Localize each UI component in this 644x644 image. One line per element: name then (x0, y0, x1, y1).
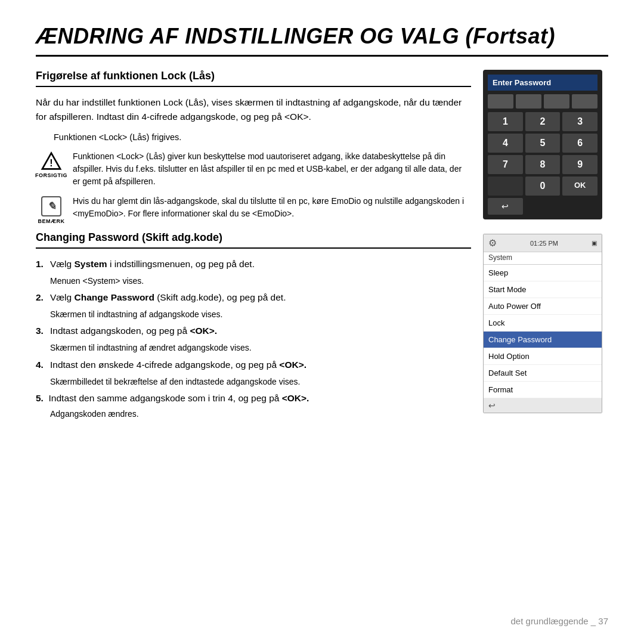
step5-text: 5. Indtast den samme adgangskode som i t… (36, 391, 471, 405)
pw-cell-3 (544, 94, 569, 109)
step-1: 1. Vælg System i indstillingsmenuen, og … (36, 257, 471, 271)
pw-display (488, 94, 597, 109)
np-3[interactable]: 3 (562, 112, 597, 131)
menu-footer: ↩ (484, 398, 602, 413)
menu-item-lock[interactable]: Lock (484, 315, 602, 332)
menu-item-holdoption[interactable]: Hold Option (484, 348, 602, 365)
menu-header: ⚙ 01:25 PM ▣ (484, 234, 602, 252)
page-title: ÆNDRING AF INDSTILLINGER OG VALG (Fortsa… (36, 24, 608, 57)
np-0[interactable]: 0 (525, 177, 561, 196)
np-4[interactable]: 4 (488, 134, 523, 153)
np-empty (488, 177, 523, 196)
section1-body1: Når du har indstillet funktionen Lock (L… (36, 95, 471, 124)
step1-bold: System (75, 259, 107, 269)
np-ok[interactable]: OK (562, 177, 597, 196)
menu-item-changepassword[interactable]: Change Password (484, 332, 602, 348)
step2-num: 2. (36, 290, 47, 305)
step-3-sub: Skærmen til indtastning af ændret adgang… (36, 342, 471, 354)
bemærk-symbol-icon: ✎ (41, 196, 61, 216)
menu-item-autopoweroff[interactable]: Auto Power Off (484, 298, 602, 315)
right-column: Enter Password 1 2 3 4 5 6 7 8 9 (483, 70, 608, 423)
step4-subtext: Skærmbilledet til bekræftelse af den ind… (50, 376, 471, 388)
menu-back-icon[interactable]: ↩ (488, 401, 496, 410)
numpad: 1 2 3 4 5 6 7 8 9 0 OK (488, 112, 597, 196)
np-2[interactable]: 2 (525, 112, 561, 131)
steps-list: 1. Vælg System i indstillingsmenuen, og … (36, 257, 471, 388)
np-8[interactable]: 8 (525, 155, 561, 174)
menu-device: ⚙ 01:25 PM ▣ System Sleep Start Mode Aut… (483, 234, 602, 413)
step-2-sub: Skærmen til indtastning af adgangskode v… (36, 308, 471, 320)
password-device: Enter Password 1 2 3 4 5 6 7 8 9 (483, 70, 602, 219)
step-1-sub: Menuen <System> vises. (36, 275, 471, 287)
step3-bold: <OK>. (190, 326, 217, 336)
menu-item-defaultset[interactable]: Default Set (484, 365, 602, 382)
bottom-row: ↩ (488, 198, 597, 215)
gear-icon: ⚙ (488, 237, 497, 249)
np-6[interactable]: 6 (562, 134, 597, 153)
warning-triangle-icon: ! (41, 151, 62, 171)
step4-num: 4. (36, 358, 47, 372)
pw-cell-4 (572, 94, 597, 109)
menu-item-format[interactable]: Format (484, 382, 602, 398)
bemærk-icon-area: ✎ BEMÆRK (36, 196, 67, 224)
step1-subtext: Menuen <System> vises. (50, 275, 471, 287)
warning-text: Funktionen <Lock> (Lås) giver kun beskyt… (73, 150, 471, 188)
step-4-sub: Skærmbilledet til bekræftelse af den ind… (36, 376, 471, 388)
np-7[interactable]: 7 (488, 155, 523, 174)
pw-cell-1 (488, 94, 513, 109)
step-2: 2. Vælg Change Password (Skift adg.kode)… (36, 290, 471, 305)
left-column: Frigørelse af funktionen Lock (Lås) Når … (36, 70, 471, 423)
page: ÆNDRING AF INDSTILLINGER OG VALG (Fortsa… (0, 0, 644, 644)
step3-num: 3. (36, 324, 47, 338)
np-1[interactable]: 1 (488, 112, 523, 131)
step4-bold: <OK>. (279, 360, 306, 370)
step-4: 4. Indtast den ønskede 4-cifrede adgangs… (36, 358, 471, 372)
step-3: 3. Indtast adgangskoden, og peg på <OK>. (36, 324, 471, 338)
menu-item-startmode[interactable]: Start Mode (484, 281, 602, 298)
svg-text:!: ! (49, 158, 52, 168)
step4-content: Indtast den ønskede 4-cifrede adgangskod… (50, 358, 471, 372)
warning-icon-area: ! FORSIGTIG (36, 151, 67, 178)
section1-indent1: Funktionen <Lock> (Lås) frigives. (54, 131, 471, 144)
warning-box: ! FORSIGTIG Funktionen <Lock> (Lås) give… (36, 150, 471, 188)
system-label: System (484, 252, 602, 265)
step5-subtext: Adgangskoden ændres. (50, 408, 471, 420)
bemærk-text: Hvis du har glemt din lås-adgangskode, s… (73, 195, 471, 220)
step3-subtext: Skærmen til indtastning af ændret adgang… (50, 342, 471, 354)
content-area: Frigørelse af funktionen Lock (Lås) Når … (36, 70, 608, 423)
step2-subtext: Skærmen til indtastning af adgangskode v… (50, 308, 471, 320)
battery-icon: ▣ (592, 240, 597, 246)
np-5[interactable]: 5 (525, 134, 561, 153)
step2-content: Vælg Change Password (Skift adg.kode), o… (50, 290, 471, 305)
menu-time: 01:25 PM (530, 240, 558, 247)
section1-heading: Frigørelse af funktionen Lock (Lås) (36, 70, 471, 87)
step3-content: Indtast adgangskoden, og peg på <OK>. (50, 324, 471, 338)
bemærk-label: BEMÆRK (38, 218, 65, 224)
page-footer: det grundlæggende _ 37 (511, 616, 608, 626)
bemærk-box: ✎ BEMÆRK Hvis du har glemt din lås-adgan… (36, 195, 471, 224)
warning-label: FORSIGTIG (35, 172, 67, 178)
step2-bold: Change Password (75, 292, 154, 302)
np-9[interactable]: 9 (562, 155, 597, 174)
pw-cell-2 (516, 94, 541, 109)
step1-content: Vælg System i indstillingsmenuen, og peg… (50, 257, 471, 271)
section2-heading: Changing Password (Skift adg.kode) (36, 231, 471, 249)
menu-item-sleep[interactable]: Sleep (484, 265, 602, 281)
pw-header: Enter Password (488, 75, 597, 91)
pw-back-button[interactable]: ↩ (488, 198, 523, 215)
step1-num: 1. (36, 257, 47, 271)
